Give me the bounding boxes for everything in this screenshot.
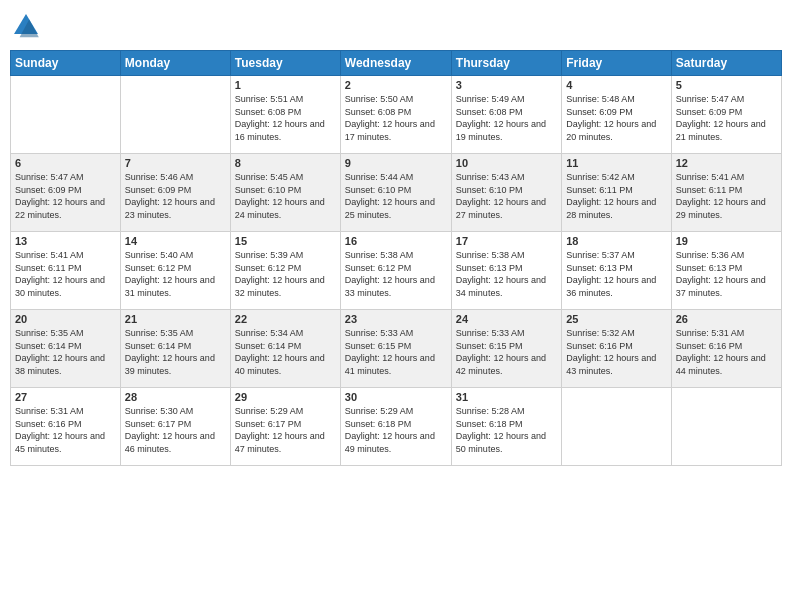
calendar-cell: 4Sunrise: 5:48 AMSunset: 6:09 PMDaylight…: [562, 76, 671, 154]
logo-icon: [10, 10, 42, 42]
calendar-week-row: 6Sunrise: 5:47 AMSunset: 6:09 PMDaylight…: [11, 154, 782, 232]
weekday-header: Thursday: [451, 51, 561, 76]
day-info: Sunrise: 5:37 AMSunset: 6:13 PMDaylight:…: [566, 249, 666, 299]
day-info: Sunrise: 5:35 AMSunset: 6:14 PMDaylight:…: [125, 327, 226, 377]
day-number: 5: [676, 79, 777, 91]
day-info: Sunrise: 5:38 AMSunset: 6:13 PMDaylight:…: [456, 249, 557, 299]
calendar-week-row: 13Sunrise: 5:41 AMSunset: 6:11 PMDayligh…: [11, 232, 782, 310]
day-info: Sunrise: 5:47 AMSunset: 6:09 PMDaylight:…: [676, 93, 777, 143]
day-number: 7: [125, 157, 226, 169]
day-info: Sunrise: 5:49 AMSunset: 6:08 PMDaylight:…: [456, 93, 557, 143]
day-number: 10: [456, 157, 557, 169]
calendar-cell: [120, 76, 230, 154]
calendar-cell: 9Sunrise: 5:44 AMSunset: 6:10 PMDaylight…: [340, 154, 451, 232]
header: [10, 10, 782, 42]
weekday-header: Sunday: [11, 51, 121, 76]
weekday-header: Friday: [562, 51, 671, 76]
day-info: Sunrise: 5:40 AMSunset: 6:12 PMDaylight:…: [125, 249, 226, 299]
day-info: Sunrise: 5:31 AMSunset: 6:16 PMDaylight:…: [15, 405, 116, 455]
day-number: 23: [345, 313, 447, 325]
calendar-cell: 10Sunrise: 5:43 AMSunset: 6:10 PMDayligh…: [451, 154, 561, 232]
calendar-cell: 24Sunrise: 5:33 AMSunset: 6:15 PMDayligh…: [451, 310, 561, 388]
day-info: Sunrise: 5:35 AMSunset: 6:14 PMDaylight:…: [15, 327, 116, 377]
day-number: 25: [566, 313, 666, 325]
day-info: Sunrise: 5:32 AMSunset: 6:16 PMDaylight:…: [566, 327, 666, 377]
calendar-cell: 12Sunrise: 5:41 AMSunset: 6:11 PMDayligh…: [671, 154, 781, 232]
day-info: Sunrise: 5:30 AMSunset: 6:17 PMDaylight:…: [125, 405, 226, 455]
weekday-header: Tuesday: [230, 51, 340, 76]
day-number: 24: [456, 313, 557, 325]
day-number: 30: [345, 391, 447, 403]
day-number: 2: [345, 79, 447, 91]
calendar-cell: 30Sunrise: 5:29 AMSunset: 6:18 PMDayligh…: [340, 388, 451, 466]
calendar-header-row: SundayMondayTuesdayWednesdayThursdayFrid…: [11, 51, 782, 76]
day-info: Sunrise: 5:39 AMSunset: 6:12 PMDaylight:…: [235, 249, 336, 299]
day-number: 22: [235, 313, 336, 325]
day-info: Sunrise: 5:45 AMSunset: 6:10 PMDaylight:…: [235, 171, 336, 221]
calendar-cell: 26Sunrise: 5:31 AMSunset: 6:16 PMDayligh…: [671, 310, 781, 388]
day-number: 19: [676, 235, 777, 247]
day-number: 3: [456, 79, 557, 91]
day-info: Sunrise: 5:47 AMSunset: 6:09 PMDaylight:…: [15, 171, 116, 221]
calendar-cell: 22Sunrise: 5:34 AMSunset: 6:14 PMDayligh…: [230, 310, 340, 388]
day-info: Sunrise: 5:41 AMSunset: 6:11 PMDaylight:…: [15, 249, 116, 299]
calendar-cell: 16Sunrise: 5:38 AMSunset: 6:12 PMDayligh…: [340, 232, 451, 310]
calendar-cell: 5Sunrise: 5:47 AMSunset: 6:09 PMDaylight…: [671, 76, 781, 154]
day-info: Sunrise: 5:36 AMSunset: 6:13 PMDaylight:…: [676, 249, 777, 299]
day-info: Sunrise: 5:51 AMSunset: 6:08 PMDaylight:…: [235, 93, 336, 143]
day-number: 15: [235, 235, 336, 247]
day-number: 26: [676, 313, 777, 325]
calendar-cell: 21Sunrise: 5:35 AMSunset: 6:14 PMDayligh…: [120, 310, 230, 388]
calendar-cell: 18Sunrise: 5:37 AMSunset: 6:13 PMDayligh…: [562, 232, 671, 310]
day-info: Sunrise: 5:48 AMSunset: 6:09 PMDaylight:…: [566, 93, 666, 143]
calendar-cell: 20Sunrise: 5:35 AMSunset: 6:14 PMDayligh…: [11, 310, 121, 388]
calendar-cell: [671, 388, 781, 466]
day-info: Sunrise: 5:31 AMSunset: 6:16 PMDaylight:…: [676, 327, 777, 377]
calendar-cell: 11Sunrise: 5:42 AMSunset: 6:11 PMDayligh…: [562, 154, 671, 232]
calendar-cell: 15Sunrise: 5:39 AMSunset: 6:12 PMDayligh…: [230, 232, 340, 310]
calendar-cell: 25Sunrise: 5:32 AMSunset: 6:16 PMDayligh…: [562, 310, 671, 388]
page: SundayMondayTuesdayWednesdayThursdayFrid…: [0, 0, 792, 612]
day-info: Sunrise: 5:38 AMSunset: 6:12 PMDaylight:…: [345, 249, 447, 299]
day-number: 20: [15, 313, 116, 325]
calendar-cell: 19Sunrise: 5:36 AMSunset: 6:13 PMDayligh…: [671, 232, 781, 310]
calendar-table: SundayMondayTuesdayWednesdayThursdayFrid…: [10, 50, 782, 466]
day-info: Sunrise: 5:29 AMSunset: 6:18 PMDaylight:…: [345, 405, 447, 455]
day-number: 31: [456, 391, 557, 403]
calendar-cell: 27Sunrise: 5:31 AMSunset: 6:16 PMDayligh…: [11, 388, 121, 466]
calendar-cell: 17Sunrise: 5:38 AMSunset: 6:13 PMDayligh…: [451, 232, 561, 310]
calendar-week-row: 27Sunrise: 5:31 AMSunset: 6:16 PMDayligh…: [11, 388, 782, 466]
day-info: Sunrise: 5:50 AMSunset: 6:08 PMDaylight:…: [345, 93, 447, 143]
day-number: 4: [566, 79, 666, 91]
calendar-cell: 31Sunrise: 5:28 AMSunset: 6:18 PMDayligh…: [451, 388, 561, 466]
day-number: 11: [566, 157, 666, 169]
day-number: 21: [125, 313, 226, 325]
day-info: Sunrise: 5:44 AMSunset: 6:10 PMDaylight:…: [345, 171, 447, 221]
calendar-week-row: 1Sunrise: 5:51 AMSunset: 6:08 PMDaylight…: [11, 76, 782, 154]
calendar-cell: [11, 76, 121, 154]
day-number: 28: [125, 391, 226, 403]
weekday-header: Monday: [120, 51, 230, 76]
calendar-cell: 28Sunrise: 5:30 AMSunset: 6:17 PMDayligh…: [120, 388, 230, 466]
day-number: 12: [676, 157, 777, 169]
weekday-header: Saturday: [671, 51, 781, 76]
day-info: Sunrise: 5:33 AMSunset: 6:15 PMDaylight:…: [345, 327, 447, 377]
day-number: 17: [456, 235, 557, 247]
calendar-cell: 8Sunrise: 5:45 AMSunset: 6:10 PMDaylight…: [230, 154, 340, 232]
day-number: 1: [235, 79, 336, 91]
weekday-header: Wednesday: [340, 51, 451, 76]
day-number: 29: [235, 391, 336, 403]
day-number: 18: [566, 235, 666, 247]
calendar-cell: 3Sunrise: 5:49 AMSunset: 6:08 PMDaylight…: [451, 76, 561, 154]
calendar-cell: 29Sunrise: 5:29 AMSunset: 6:17 PMDayligh…: [230, 388, 340, 466]
day-info: Sunrise: 5:43 AMSunset: 6:10 PMDaylight:…: [456, 171, 557, 221]
calendar-cell: [562, 388, 671, 466]
day-info: Sunrise: 5:33 AMSunset: 6:15 PMDaylight:…: [456, 327, 557, 377]
day-number: 6: [15, 157, 116, 169]
calendar-cell: 23Sunrise: 5:33 AMSunset: 6:15 PMDayligh…: [340, 310, 451, 388]
day-number: 8: [235, 157, 336, 169]
day-info: Sunrise: 5:28 AMSunset: 6:18 PMDaylight:…: [456, 405, 557, 455]
calendar-cell: 1Sunrise: 5:51 AMSunset: 6:08 PMDaylight…: [230, 76, 340, 154]
day-number: 14: [125, 235, 226, 247]
day-info: Sunrise: 5:34 AMSunset: 6:14 PMDaylight:…: [235, 327, 336, 377]
